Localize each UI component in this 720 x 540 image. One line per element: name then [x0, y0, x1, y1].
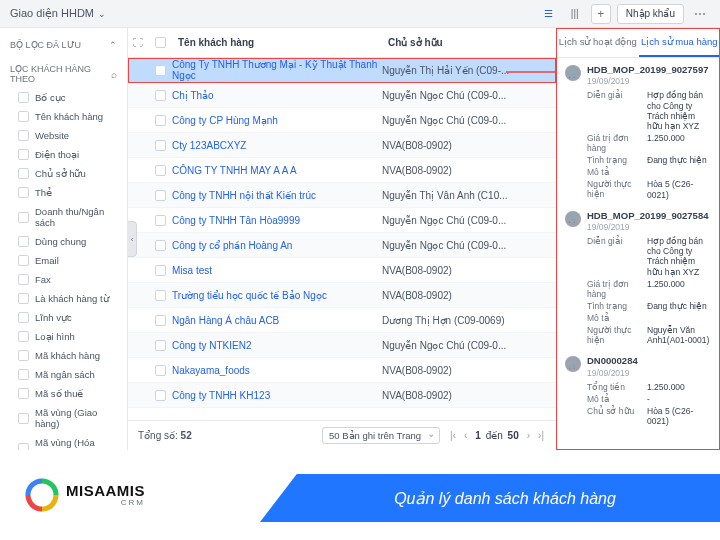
customer-name-link[interactable]: Trường tiểu học quốc tế Bảo Ngọc: [172, 290, 382, 301]
collapse-sidebar-handle[interactable]: ‹: [128, 221, 137, 257]
history-date: 19/09/2019: [587, 76, 708, 86]
owner-cell: NVA(B08-0902): [382, 265, 556, 276]
customer-name-link[interactable]: Chị Thảo: [172, 90, 382, 101]
history-code[interactable]: HDB_MOP_20199_9027584: [587, 210, 708, 221]
tab-purchase-history[interactable]: Lịch sử mua hàng: [639, 28, 721, 57]
filter-item[interactable]: Loại hình: [0, 327, 127, 346]
history-item[interactable]: 🛒HDB_MOP_20199_902758419/09/2019Diễn giả…: [565, 210, 712, 346]
table-row[interactable]: Nakayama_foodsNVA(B08-0902): [128, 358, 556, 383]
saved-filters-header[interactable]: BỘ LỌC ĐÃ LƯU⌃: [0, 36, 127, 54]
filter-item[interactable]: Bố cục: [0, 88, 127, 107]
row-checkbox[interactable]: [155, 265, 166, 276]
next-page-icon[interactable]: ›: [525, 430, 532, 441]
table-row[interactable]: CÔNG TY TNHH MAY A A ANVA(B08-0902): [128, 158, 556, 183]
filter-item[interactable]: Website: [0, 126, 127, 145]
chevron-down-icon: ⌄: [98, 9, 106, 19]
column-owner[interactable]: Chủ sở hữu: [382, 37, 556, 48]
last-page-icon[interactable]: ›|: [536, 430, 546, 441]
table-row[interactable]: Công ty NTKIEN2Nguyễn Ngọc Chú (C09-0...: [128, 333, 556, 358]
filter-item[interactable]: Tên khách hàng: [0, 107, 127, 126]
table-row[interactable]: Cty 123ABCXYZNVA(B08-0902): [128, 133, 556, 158]
field-label: Người thực hiện: [587, 325, 643, 345]
history-item[interactable]: 🛒HDB_MOP_20199_902759719/09/2019Diễn giả…: [565, 64, 712, 200]
owner-cell: NVA(B08-0902): [382, 165, 556, 176]
tab-activity-history[interactable]: Lịch sử hoạt động: [557, 28, 639, 57]
row-checkbox[interactable]: [155, 215, 166, 226]
customer-name-link[interactable]: CÔNG TY TNHH MAY A A A: [172, 165, 382, 176]
history-item[interactable]: 🛒DN000028419/09/2019Tổng tiền1.250.000Mô…: [565, 355, 712, 426]
table-row[interactable]: Công ty TNHH KH123NVA(B08-0902): [128, 383, 556, 408]
prev-page-icon[interactable]: ‹: [462, 430, 469, 441]
table-row[interactable]: Công ty cổ phần Hoàng AnNguyễn Ngọc Chú …: [128, 233, 556, 258]
table-row[interactable]: Chị ThảoNguyễn Ngọc Chú (C09-0...: [128, 83, 556, 108]
first-page-icon[interactable]: |‹: [448, 430, 458, 441]
row-checkbox[interactable]: [155, 315, 166, 326]
table-row[interactable]: Ngân Hàng Á châu ACBDương Thị Hợn (C09-0…: [128, 308, 556, 333]
table-row[interactable]: Công ty TNHH Tân Hòa9999Nguyễn Ngọc Chú …: [128, 208, 556, 233]
expand-column-icon[interactable]: ⛶: [128, 37, 148, 48]
filter-item[interactable]: Mã vùng (Hóa đơn): [0, 433, 127, 450]
row-checkbox[interactable]: [155, 140, 166, 151]
customer-name-link[interactable]: Misa test: [172, 265, 382, 276]
logo-icon: [24, 477, 60, 513]
table-row[interactable]: Công ty TNHH nội thất Kiến trúcNguyễn Th…: [128, 183, 556, 208]
customer-name-link[interactable]: Công ty cổ phần Hoàng An: [172, 240, 382, 251]
table-row[interactable]: Công Ty TNHH Thương Mại - Kỹ Thuật Thanh…: [128, 58, 556, 83]
list-view-icon[interactable]: ☰: [539, 4, 559, 24]
customer-name-link[interactable]: Công ty NTKIEN2: [172, 340, 382, 351]
customer-name-link[interactable]: Công ty TNHH Tân Hòa9999: [172, 215, 382, 226]
filter-item[interactable]: Lĩnh vực: [0, 308, 127, 327]
table-row[interactable]: Trường tiểu học quốc tế Bảo NgọcNVA(B08-…: [128, 283, 556, 308]
brand-sub: CRM: [66, 499, 145, 507]
filter-item[interactable]: Fax: [0, 270, 127, 289]
filter-item[interactable]: Điện thoại: [0, 145, 127, 164]
filter-item[interactable]: Mã số thuế: [0, 384, 127, 403]
field-label: Tình trạng: [587, 155, 643, 165]
history-code[interactable]: DN0000284: [587, 355, 638, 366]
customer-name-link[interactable]: Nakayama_foods: [172, 365, 382, 376]
filter-item[interactable]: Mã ngân sách: [0, 365, 127, 384]
table-row[interactable]: Misa testNVA(B08-0902): [128, 258, 556, 283]
row-checkbox[interactable]: [155, 65, 166, 76]
detail-panel: Lịch sử hoạt động Lịch sử mua hàng 🛒HDB_…: [556, 28, 720, 450]
customer-name-link[interactable]: Cty 123ABCXYZ: [172, 140, 382, 151]
column-name[interactable]: Tên khách hàng: [172, 37, 382, 48]
filter-item[interactable]: Doanh thu/Ngân sách: [0, 202, 127, 232]
row-checkbox[interactable]: [155, 90, 166, 101]
row-checkbox[interactable]: [155, 240, 166, 251]
row-checkbox[interactable]: [155, 115, 166, 126]
owner-cell: NVA(B08-0902): [382, 390, 556, 401]
filter-item[interactable]: Thẻ: [0, 183, 127, 202]
page-size-select[interactable]: 50 Bản ghi trên Trang: [322, 427, 440, 444]
filter-item[interactable]: Là khách hàng từ: [0, 289, 127, 308]
history-code[interactable]: HDB_MOP_20199_9027597: [587, 64, 708, 75]
select-all-checkbox[interactable]: [155, 37, 166, 48]
add-button[interactable]: +: [591, 4, 611, 24]
row-checkbox[interactable]: [155, 390, 166, 401]
search-icon[interactable]: ⌕: [111, 69, 117, 80]
row-checkbox[interactable]: [155, 290, 166, 301]
field-value: Hợp đồng bán cho Công ty Trách nhiệm hữu…: [647, 90, 712, 131]
filter-item[interactable]: Email: [0, 251, 127, 270]
row-checkbox[interactable]: [155, 190, 166, 201]
table-row[interactable]: Công ty CP Hùng MạnhNguyễn Ngọc Chú (C09…: [128, 108, 556, 133]
customer-name-link[interactable]: Công ty CP Hùng Mạnh: [172, 115, 382, 126]
filter-by-header[interactable]: LỌC KHÁCH HÀNG THEO⌕: [0, 60, 127, 88]
row-checkbox[interactable]: [155, 365, 166, 376]
kanban-view-icon[interactable]: |||: [565, 4, 585, 24]
filter-item[interactable]: Chủ sở hữu: [0, 164, 127, 183]
more-button[interactable]: ⋯: [690, 4, 710, 24]
customer-name-link[interactable]: Công ty TNHH KH123: [172, 390, 382, 401]
import-button[interactable]: Nhập khẩu: [617, 4, 684, 24]
row-checkbox[interactable]: [155, 340, 166, 351]
row-checkbox[interactable]: [155, 165, 166, 176]
field-label: Mô tả: [587, 313, 643, 323]
filter-item[interactable]: Mã khách hàng: [0, 346, 127, 365]
customer-name-link[interactable]: Công Ty TNHH Thương Mại - Kỹ Thuật Thanh…: [172, 59, 382, 81]
customer-name-link[interactable]: Ngân Hàng Á châu ACB: [172, 315, 382, 326]
filter-item[interactable]: Dùng chung: [0, 232, 127, 251]
owner-cell: Nguyễn Ngọc Chú (C09-0...: [382, 215, 556, 226]
customer-name-link[interactable]: Công ty TNHH nội thất Kiến trúc: [172, 190, 382, 201]
view-selector[interactable]: Giao diện HHDM ⌄: [10, 7, 106, 20]
filter-item[interactable]: Mã vùng (Giao hàng): [0, 403, 127, 433]
